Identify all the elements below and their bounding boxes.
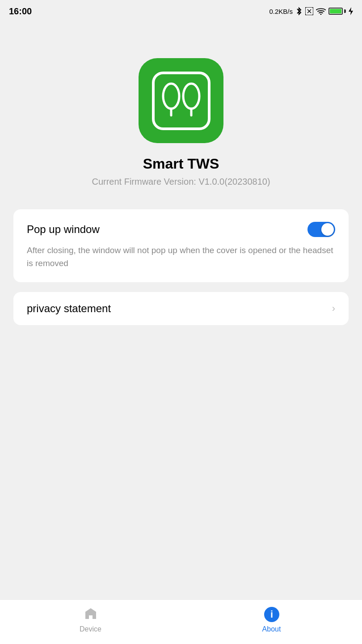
privacy-row[interactable]: privacy statement › <box>27 292 335 325</box>
about-label: About <box>262 625 281 633</box>
firmware-version: Current Firmware Version: V1.0.0(2023081… <box>92 177 270 187</box>
app-icon-svg <box>149 68 214 133</box>
svg-rect-5 <box>153 73 209 129</box>
svg-point-8 <box>183 84 199 109</box>
popup-description: After closing, the window will not pop u… <box>27 244 335 270</box>
privacy-label: privacy statement <box>27 302 111 315</box>
chevron-right-icon: › <box>332 303 335 314</box>
bottom-nav: Device i About <box>0 599 362 644</box>
svg-point-6 <box>163 84 179 109</box>
app-icon <box>139 58 223 143</box>
popup-row: Pop up window <box>27 222 335 237</box>
svg-marker-4 <box>349 7 353 15</box>
network-speed: 0.2KB/s <box>269 8 293 15</box>
popup-toggle[interactable] <box>307 222 335 237</box>
privacy-card: privacy statement › <box>13 292 349 325</box>
main-content: Smart TWS Current Firmware Version: V1.0… <box>0 22 362 599</box>
about-icon: i <box>264 606 280 623</box>
close-icon <box>305 7 313 15</box>
battery-indicator <box>328 8 346 15</box>
app-name: Smart TWS <box>143 156 219 172</box>
bluetooth-icon <box>295 7 303 16</box>
device-label: Device <box>80 625 101 633</box>
nav-about[interactable]: i About <box>245 606 299 633</box>
charging-icon <box>349 7 353 15</box>
status-icons: 0.2KB/s <box>269 7 353 16</box>
svg-point-3 <box>320 14 322 15</box>
nav-device[interactable]: Device <box>64 606 118 633</box>
device-icon <box>83 606 99 623</box>
status-time: 16:00 <box>9 6 32 17</box>
popup-label: Pop up window <box>27 223 100 236</box>
status-bar: 16:00 0.2KB/s <box>0 0 362 22</box>
svg-text:i: i <box>270 609 273 620</box>
popup-window-card: Pop up window After closing, the window … <box>13 209 349 282</box>
wifi-icon <box>316 8 326 15</box>
toggle-knob <box>321 223 334 236</box>
